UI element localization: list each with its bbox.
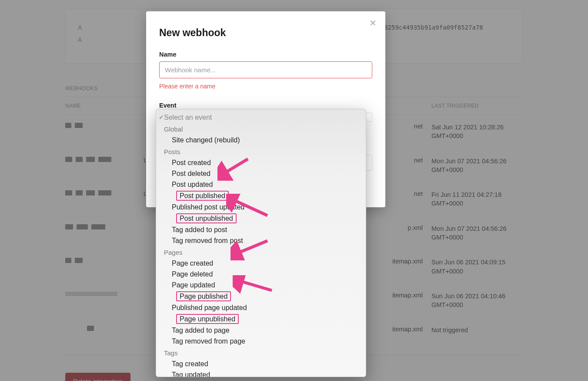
option-page-updated[interactable]: Page updated bbox=[156, 280, 366, 290]
option-tag-removed-page[interactable]: Tag removed from page bbox=[156, 336, 366, 347]
close-icon[interactable]: ✕ bbox=[368, 18, 378, 28]
name-field-label: Name bbox=[159, 51, 372, 58]
option-site-changed[interactable]: Site changed (rebuild) bbox=[156, 135, 366, 145]
option-tag-updated[interactable]: Tag updated bbox=[156, 369, 366, 377]
event-field-label: Event bbox=[159, 102, 372, 109]
name-error-message: Please enter a name bbox=[159, 83, 372, 90]
option-tag-added-post[interactable]: Tag added to post bbox=[156, 224, 366, 235]
dropdown-group-pages: Pages bbox=[156, 247, 366, 258]
option-page-unpublished[interactable]: Page unpublished bbox=[176, 314, 239, 324]
event-dropdown-panel: Select an event Global Site changed (reb… bbox=[156, 109, 366, 377]
option-published-page-updated[interactable]: Published page updated bbox=[156, 302, 366, 313]
option-post-created[interactable]: Post created bbox=[156, 157, 366, 168]
option-page-published[interactable]: Page published bbox=[176, 291, 231, 301]
dropdown-group-posts: Posts bbox=[156, 146, 366, 157]
modal-title: New webhook bbox=[159, 27, 372, 39]
option-post-unpublished[interactable]: Post unpublished bbox=[176, 213, 237, 223]
option-post-published[interactable]: Post published bbox=[176, 191, 229, 201]
option-page-deleted[interactable]: Page deleted bbox=[156, 269, 366, 280]
option-tag-created[interactable]: Tag created bbox=[156, 358, 366, 369]
option-post-updated[interactable]: Post updated bbox=[156, 179, 366, 190]
option-tag-added-page[interactable]: Tag added to page bbox=[156, 325, 366, 336]
dropdown-group-global: Global bbox=[156, 124, 366, 135]
option-published-post-updated[interactable]: Published post updated bbox=[156, 202, 366, 212]
option-tag-removed-post[interactable]: Tag removed from post bbox=[156, 235, 366, 246]
dropdown-group-tags: Tags bbox=[156, 347, 366, 358]
option-page-created[interactable]: Page created bbox=[156, 258, 366, 269]
dropdown-placeholder[interactable]: Select an event bbox=[156, 112, 366, 123]
option-post-deleted[interactable]: Post deleted bbox=[156, 168, 366, 179]
webhook-name-input[interactable] bbox=[159, 61, 372, 78]
